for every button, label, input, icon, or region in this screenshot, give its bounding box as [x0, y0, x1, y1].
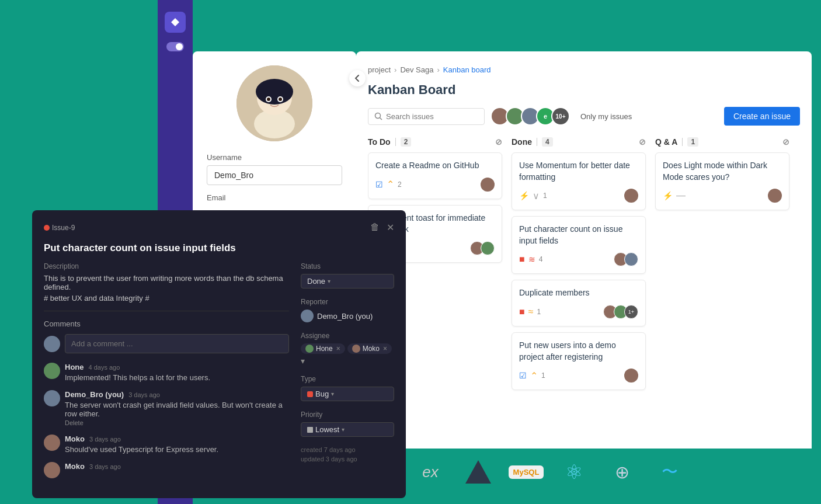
comment-input[interactable] — [65, 334, 289, 353]
assignee-moko-remove[interactable]: × — [383, 345, 387, 353]
column-qa: Q & A 1 ⊘ Does Light mode within Dark Mo… — [655, 137, 789, 396]
comment-item-3: Moko 3 days ago Should've used Typescrip… — [44, 435, 289, 454]
issue-id: Issue-9 — [52, 224, 75, 232]
type-badge[interactable]: Bug ▾ — [301, 387, 394, 401]
issue-card-qa-1: Does Light mode within Dark Mode scares … — [655, 152, 789, 210]
status-value: Done — [307, 277, 325, 286]
column-todo-header: To Do 2 ⊘ — [368, 137, 502, 147]
card-footer-todo-1: ☑ ⌃ 2 — [375, 178, 495, 192]
commenter-avatar — [44, 336, 60, 352]
tech-prisma — [464, 457, 493, 486]
assignee-hone-remove[interactable]: × — [336, 345, 340, 353]
card-comment-count-done-1: 1 — [543, 192, 547, 200]
comment-author-2: Demo_Bro (you) — [65, 390, 124, 399]
comment-author-4: Moko — [65, 462, 85, 471]
breadcrumb: project › Dev Saga › Kanban board — [368, 65, 800, 74]
card-priority-icon-done-2: ≋ — [528, 255, 535, 264]
col-todo-count: 2 — [401, 137, 412, 147]
avatar-group: e 10+ — [490, 107, 570, 126]
comment-time-2: 3 days ago — [128, 391, 160, 398]
card-type-icon-todo-1: ☑ — [375, 180, 383, 189]
profile-avatar — [236, 65, 312, 141]
comment-av-4 — [44, 462, 60, 478]
search-input[interactable] — [386, 112, 468, 121]
svg-marker-0 — [171, 18, 179, 26]
collapse-arrow[interactable] — [349, 70, 366, 86]
svg-point-8 — [279, 98, 282, 101]
kanban-board-title: Kanban Board — [368, 82, 800, 98]
card-footer-done-1: ⚡ ∨ 1 — [519, 189, 638, 203]
col-done-count: 4 — [542, 137, 553, 147]
col-todo-edit[interactable]: ⊘ — [495, 137, 502, 147]
card-priority-icon-done-4: ⌃ — [530, 370, 538, 381]
type-value: Bug — [315, 390, 329, 398]
bug-dot — [307, 391, 313, 397]
modal-close-icon[interactable]: ✕ — [387, 222, 394, 233]
card-title-todo-1: Create a Readme on GitHub — [375, 160, 495, 172]
comment-time-3: 3 days ago — [89, 436, 121, 443]
tech-mysql: MySQL — [512, 457, 541, 486]
avatar-count[interactable]: 10+ — [551, 107, 570, 126]
reporter-avatar — [301, 310, 314, 322]
card-avatar-todo-1 — [481, 178, 495, 192]
desc-label: Description — [44, 262, 289, 270]
assignee-expand[interactable]: ▾ — [301, 356, 305, 366]
comment-av-1 — [44, 363, 60, 379]
react-symbol: ⚛ — [565, 460, 583, 484]
reporter-value: Demo_Bro (you) — [301, 310, 394, 322]
breadcrumb-devsaga[interactable]: Dev Saga — [400, 65, 433, 74]
create-issue-button[interactable]: Create an issue — [724, 107, 800, 126]
priority-dot — [307, 427, 313, 433]
search-box[interactable] — [368, 108, 485, 125]
comment-delete-btn[interactable]: Delete — [65, 419, 289, 426]
status-chevron: ▾ — [328, 278, 331, 284]
card-priority-icon-done-1: ∨ — [533, 190, 540, 201]
issue-tag-dot — [44, 225, 50, 231]
issue-modal: Issue-9 🗑 ✕ Put character count on issue… — [32, 210, 406, 498]
modal-delete-icon[interactable]: 🗑 — [370, 222, 380, 233]
card-priority-icon-qa-1: — — [676, 190, 686, 201]
sidebar-toggle[interactable] — [166, 42, 184, 51]
breadcrumb-project[interactable]: project — [368, 65, 391, 74]
col-qa-count: 1 — [687, 137, 698, 147]
col-qa-edit[interactable]: ⊘ — [782, 137, 789, 147]
type-field: Type Bug ▾ — [301, 375, 394, 401]
priority-badge[interactable]: Lowest ▾ — [301, 422, 394, 437]
sidebar-diamond-icon[interactable] — [165, 12, 186, 33]
comment-item-1: Hone 4 days ago Implemented! This helps … — [44, 363, 289, 382]
assignee-hone-name: Hone — [316, 345, 333, 353]
modal-left: Description This is to prevent the user … — [44, 262, 289, 486]
assignee-hone-av — [305, 345, 314, 353]
svg-point-4 — [256, 79, 293, 105]
only-my-issues[interactable]: Only my issues — [580, 112, 632, 121]
comment-time-1: 4 days ago — [89, 364, 120, 371]
tech-socket: ⊕ — [607, 457, 636, 486]
modal-title: Put character count on issue input field… — [44, 242, 394, 254]
assignee-field: Assignee Hone × Moko × ▾ — [301, 332, 394, 366]
comment-item-4: Moko 3 days ago — [44, 462, 289, 478]
col-qa-label: Q & A — [655, 137, 677, 147]
status-badge[interactable]: Done ▾ — [301, 274, 394, 289]
comments-label: Comments — [44, 319, 289, 328]
modal-header: Issue-9 🗑 ✕ — [44, 222, 394, 233]
socket-symbol: ⊕ — [615, 462, 629, 482]
desc-text: This is to prevent the user from writing… — [44, 274, 289, 291]
card-avatars-done-2 — [614, 252, 638, 266]
comment-input-row — [44, 334, 289, 353]
username-input[interactable] — [207, 165, 342, 185]
card-comment-count-todo-1: 2 — [398, 180, 402, 189]
comment-meta-1: Hone 4 days ago — [65, 363, 289, 371]
card-type-icon-qa-1: ⚡ — [663, 191, 673, 200]
search-icon — [374, 112, 382, 120]
type-label: Type — [301, 375, 394, 383]
card-comment-count-done-4: 1 — [541, 371, 545, 380]
comment-av-3 — [44, 435, 60, 451]
card-footer-done-4: ☑ ⌃ 1 — [519, 369, 638, 383]
card-footer-done-2: ■ ≋ 4 — [519, 252, 638, 266]
priority-value: Lowest — [315, 425, 339, 434]
assignee-moko-name: Moko — [363, 345, 380, 353]
status-label: Status — [301, 262, 394, 270]
tech-express: ex — [416, 457, 445, 486]
col-done-edit[interactable]: ⊘ — [639, 137, 646, 147]
created-date: created 7 days ago — [301, 446, 394, 453]
